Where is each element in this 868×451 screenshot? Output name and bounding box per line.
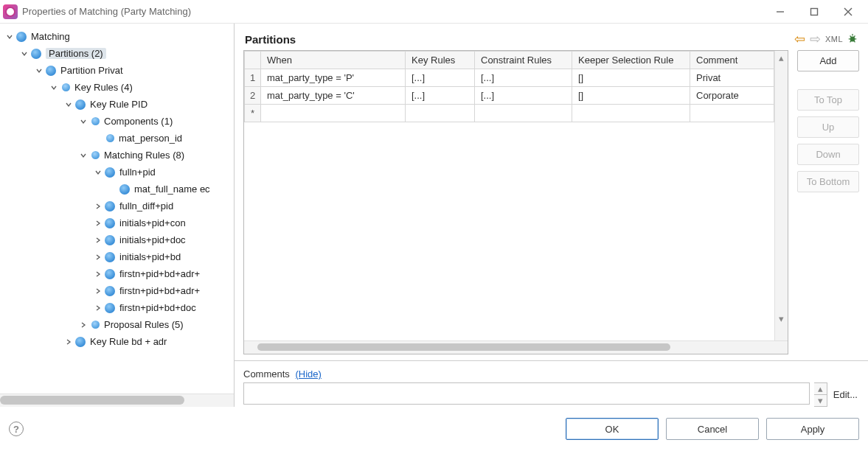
cell-keeper-rule[interactable]: []: [572, 87, 690, 105]
row-number[interactable]: 2: [245, 87, 261, 105]
cell-key-rules[interactable]: [...]: [406, 69, 475, 87]
tree-item[interactable]: initials+pid+con: [0, 214, 234, 231]
table-row[interactable]: 1mat_party_type = 'P'[...][...][]Privat: [245, 69, 774, 87]
tree-item[interactable]: Components (1): [0, 113, 234, 130]
tree-item[interactable]: fulln+pid: [0, 164, 234, 181]
chevron-right-icon[interactable]: [93, 303, 103, 313]
bug-icon[interactable]: [847, 33, 858, 46]
up-button[interactable]: Up: [797, 116, 859, 138]
empty-cell[interactable]: [261, 105, 406, 122]
col-constraint-rules[interactable]: Constraint Rules: [475, 52, 572, 69]
grid-h-scrollbar[interactable]: [244, 340, 788, 354]
cell-constraint-rules[interactable]: [...]: [475, 87, 572, 105]
chevron-down-icon[interactable]: [78, 150, 88, 161]
cell-comment[interactable]: Corporate: [690, 87, 774, 105]
stepper-down-icon[interactable]: ▾: [814, 395, 827, 406]
hide-link[interactable]: (Hide): [295, 368, 321, 380]
tree-item[interactable]: firstn+pid+bd+doc: [0, 299, 234, 316]
chevron-right-icon[interactable]: [93, 252, 103, 262]
close-button[interactable]: [831, 1, 865, 22]
chevron-right-icon[interactable]: [63, 337, 74, 347]
tree-scroll[interactable]: MatchingPartitions (2)Partition PrivatKe…: [0, 24, 234, 394]
minimize-button[interactable]: [763, 1, 797, 22]
comments-label: Comments: [243, 368, 290, 380]
xml-link[interactable]: XML: [825, 35, 843, 43]
comments-input[interactable]: [243, 382, 810, 405]
tree-item[interactable]: firstn+pid+bd+adr+: [0, 265, 234, 282]
chevron-down-icon[interactable]: [34, 66, 44, 76]
ok-button[interactable]: OK: [566, 418, 659, 440]
tree-h-scrollbar-thumb[interactable]: [0, 396, 184, 405]
cell-comment[interactable]: Privat: [690, 69, 774, 87]
tree-item[interactable]: fulln_diff+pid: [0, 197, 234, 214]
tree-item[interactable]: Key Rules (4): [0, 79, 234, 96]
cell-key-rules[interactable]: [...]: [406, 87, 475, 105]
chevron-down-icon[interactable]: [19, 49, 29, 59]
new-row-marker[interactable]: *: [245, 105, 261, 122]
chevron-down-icon[interactable]: [93, 167, 103, 178]
col-key-rules[interactable]: Key Rules: [406, 52, 475, 69]
chevron-right-icon[interactable]: [93, 218, 103, 228]
tree-item-label: fulln+pid: [119, 167, 156, 178]
cell-keeper-rule[interactable]: []: [572, 69, 690, 87]
scroll-up-icon[interactable]: ▴: [775, 52, 788, 63]
tree-item[interactable]: Matching: [0, 28, 234, 45]
empty-cell[interactable]: [406, 105, 475, 122]
stepper-up-icon[interactable]: ▴: [814, 383, 827, 395]
tree-item[interactable]: Key Rule bd + adr: [0, 333, 234, 350]
down-button[interactable]: Down: [797, 144, 859, 165]
tree-item[interactable]: firstn+pid+bd+adr+: [0, 282, 234, 299]
chevron-down-icon[interactable]: [49, 83, 59, 93]
col-comment[interactable]: Comment: [690, 52, 774, 69]
chevron-right-icon[interactable]: [93, 201, 103, 211]
chevron-down-icon[interactable]: [78, 116, 88, 127]
chevron-down-icon[interactable]: [4, 32, 15, 42]
node-icon: [91, 117, 100, 125]
partitions-grid[interactable]: When Key Rules Constraint Rules Keeper S…: [244, 51, 774, 122]
tree-item[interactable]: initials+pid+doc: [0, 231, 234, 248]
help-icon[interactable]: ?: [9, 422, 24, 436]
cell-constraint-rules[interactable]: [...]: [475, 69, 572, 87]
app-icon: [3, 4, 18, 19]
chevron-right-icon[interactable]: [93, 286, 103, 296]
forward-arrow-icon[interactable]: ⇨: [810, 32, 821, 46]
tree-item[interactable]: Partition Privat: [0, 62, 234, 79]
col-when[interactable]: When: [261, 52, 406, 69]
node-icon: [105, 235, 115, 245]
grid-v-scrollbar[interactable]: ▴ ▾: [774, 51, 788, 340]
tree-item[interactable]: Proposal Rules (5): [0, 316, 234, 333]
apply-button[interactable]: Apply: [766, 418, 859, 440]
tree-item[interactable]: Partitions (2): [0, 45, 234, 62]
cell-when[interactable]: mat_party_type = 'P': [261, 69, 406, 87]
chevron-right-icon[interactable]: [93, 235, 103, 245]
comments-stepper[interactable]: ▴ ▾: [814, 382, 827, 407]
expander-placeholder: [93, 133, 103, 144]
cell-when[interactable]: mat_party_type = 'C': [261, 87, 406, 105]
add-button[interactable]: Add: [797, 50, 859, 71]
scroll-down-icon[interactable]: ▾: [775, 313, 788, 324]
node-icon: [91, 321, 100, 329]
tree-h-scrollbar[interactable]: [0, 394, 234, 407]
to-bottom-button[interactable]: To Bottom: [797, 171, 859, 192]
maximize-button[interactable]: [797, 1, 831, 22]
tree-item[interactable]: mat_person_id: [0, 130, 234, 147]
chevron-right-icon[interactable]: [78, 320, 88, 330]
empty-cell[interactable]: [690, 105, 774, 122]
chevron-right-icon[interactable]: [93, 269, 103, 279]
table-row[interactable]: 2mat_party_type = 'C'[...][...][]Corpora…: [245, 87, 774, 105]
new-row[interactable]: *: [245, 105, 774, 122]
edit-button[interactable]: Edit...: [832, 382, 859, 407]
empty-cell[interactable]: [475, 105, 572, 122]
tree-item[interactable]: mat_full_name ec: [0, 181, 234, 197]
to-top-button[interactable]: To Top: [797, 89, 859, 111]
cancel-button[interactable]: Cancel: [666, 418, 759, 440]
empty-cell[interactable]: [572, 105, 690, 122]
tree-item[interactable]: Matching Rules (8): [0, 147, 234, 164]
chevron-down-icon[interactable]: [63, 99, 74, 110]
col-keeper-rule[interactable]: Keeper Selection Rule: [572, 52, 690, 69]
grid-h-scrollbar-thumb[interactable]: [257, 343, 670, 351]
tree-item[interactable]: initials+pid+bd: [0, 248, 234, 265]
tree-item[interactable]: Key Rule PID: [0, 96, 234, 113]
back-arrow-icon[interactable]: ⇦: [794, 32, 805, 46]
row-number[interactable]: 1: [245, 69, 261, 87]
